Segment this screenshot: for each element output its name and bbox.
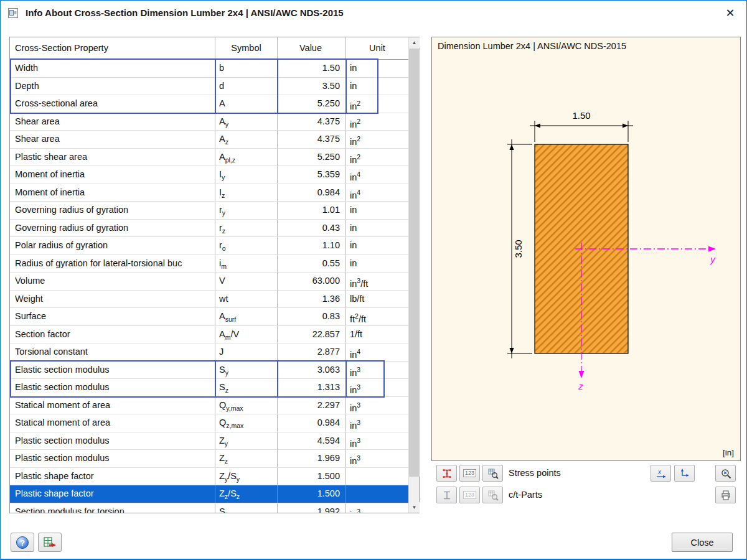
cell-symbol: Sz <box>215 379 278 396</box>
ct-parts-details-button[interactable] <box>482 487 503 503</box>
cell-unit: in4 <box>346 343 408 361</box>
ct-parts-button[interactable] <box>436 487 457 503</box>
section-preview-panel: Dimension Lumber 2x4 | ANSI/AWC NDS-2015… <box>431 37 741 461</box>
table-row[interactable]: Plastic shape factorZz/Sz1.500 <box>10 485 408 503</box>
cell-symbol: ro <box>215 237 278 254</box>
cell-symbol: A <box>215 95 278 113</box>
stress-points-button[interactable] <box>436 465 457 482</box>
axis-x-icon: x <box>655 468 667 479</box>
table-row[interactable]: Section modulus for torsionSt1.992in3 <box>10 503 408 513</box>
cell-value: 2.297 <box>278 397 346 414</box>
table-row[interactable]: Statical moment of areaQz,max0.984in3 <box>10 414 408 432</box>
table-row[interactable]: Shear areaAz4.375in2 <box>10 131 408 149</box>
table-row[interactable]: VolumeV63.000in3/ft <box>10 273 408 291</box>
cell-unit: in2 <box>346 149 408 166</box>
table-row[interactable]: Governing radius of gyrationry1.01in <box>10 202 408 220</box>
close-button[interactable]: Close <box>672 533 733 552</box>
stress-points-icon <box>441 468 453 479</box>
cell-value: 1.992 <box>278 503 346 513</box>
table-row[interactable]: Widthb1.50in <box>10 60 408 78</box>
cell-property: Torsional constant <box>10 343 215 361</box>
cell-symbol: Asurf <box>215 308 278 325</box>
cell-property: Plastic section modulus <box>10 450 215 467</box>
table-row[interactable]: Cross-sectional areaA5.250in2 <box>10 95 408 113</box>
numbers-icon: 123 <box>463 469 476 477</box>
cell-unit: in2 <box>346 113 408 131</box>
table-row[interactable]: Radius of gyration for lateral-torsional… <box>10 255 408 273</box>
print-button[interactable] <box>715 487 736 503</box>
vertical-scrollbar[interactable]: ▲ ▼ <box>408 37 419 513</box>
cell-unit: in3 <box>346 362 408 379</box>
numbers-icon: 123 <box>463 491 476 499</box>
cell-property: Polar radius of gyration <box>10 237 215 254</box>
cell-value: 5.250 <box>278 95 346 113</box>
table-row[interactable]: Depthd3.50in <box>10 78 408 96</box>
cell-property: Plastic section modulus <box>10 432 215 450</box>
cell-value: 1.01 <box>278 202 346 219</box>
table-row[interactable]: Governing radius of gyrationrz0.43in <box>10 220 408 238</box>
cell-property: Surface <box>10 308 215 325</box>
cell-value: 1.50 <box>278 60 346 77</box>
title-bar: Info About Cross-Section Dimension Lumbe… <box>1 1 746 27</box>
table-row[interactable]: Plastic section modulusZy4.594in3 <box>10 432 408 450</box>
width-dimension <box>530 121 633 142</box>
cell-symbol: Zy/Sy <box>215 468 278 485</box>
table-row[interactable]: Weightwt1.36lb/ft <box>10 291 408 309</box>
cell-property: Shear area <box>10 113 215 131</box>
stress-points-label: Stress points <box>509 468 561 478</box>
cell-value: 4.594 <box>278 432 346 450</box>
zoom-off-button[interactable] <box>715 465 736 482</box>
close-icon[interactable]: ✕ <box>720 4 740 22</box>
cell-symbol: V <box>215 273 278 290</box>
table-grid: Cross-Section PropertySymbolValueUnitWid… <box>10 37 408 513</box>
depth-dim-label: 3.50 <box>513 240 524 258</box>
table-row[interactable]: Plastic shear areaApl,z5.250in2 <box>10 149 408 167</box>
scroll-thumb[interactable] <box>409 49 420 477</box>
cell-value: 0.984 <box>278 184 346 202</box>
cell-value: 5.250 <box>278 149 346 166</box>
cell-value: 1.500 <box>278 485 346 503</box>
cell-property: Section factor <box>10 326 215 343</box>
stress-points-numbering-button[interactable]: 123 <box>459 465 480 482</box>
cell-symbol: ry <box>215 202 278 219</box>
table-row[interactable]: Torsional constantJ2.877in4 <box>10 343 408 362</box>
table-row[interactable]: Elastic section modulusSy3.063in3 <box>10 362 408 380</box>
table-row[interactable]: Section factorAm/V22.8571/ft <box>10 326 408 344</box>
cell-unit: in <box>346 202 408 219</box>
cell-unit: in <box>346 255 408 273</box>
cell-unit: in3 <box>346 432 408 450</box>
cell-unit: in4 <box>346 166 408 184</box>
table-row[interactable]: Polar radius of gyrationro1.10in <box>10 237 408 255</box>
cell-value: 0.43 <box>278 220 346 237</box>
dim-arrow-left <box>535 123 540 128</box>
table-row[interactable]: Plastic section modulusZz1.969in3 <box>10 450 408 468</box>
table-row[interactable]: Moment of inertiaIz0.984in4 <box>10 184 408 202</box>
cell-unit: in <box>346 237 408 254</box>
axis-rotation-button[interactable] <box>674 465 695 482</box>
cell-property: Cross-sectional area <box>10 95 215 113</box>
stress-points-details-button[interactable] <box>482 465 503 482</box>
cell-unit: in <box>346 60 408 77</box>
cell-property: Statical moment of area <box>10 397 215 414</box>
export-table-icon <box>43 536 57 549</box>
cell-value: 1.10 <box>278 237 346 254</box>
table-row[interactable]: Plastic shape factorZy/Sy1.500 <box>10 468 408 486</box>
dialog-icon <box>8 8 18 18</box>
svg-text:?: ? <box>20 538 25 547</box>
table-row[interactable]: Moment of inertiaIy5.359in4 <box>10 166 408 184</box>
export-button[interactable] <box>38 533 62 552</box>
cell-property: Governing radius of gyration <box>10 202 215 219</box>
table-row[interactable]: Statical moment of areaQy,max2.297in3 <box>10 397 408 415</box>
table-row[interactable]: SurfaceAsurf0.83ft2/ft <box>10 308 408 326</box>
axis-x-button[interactable]: x <box>651 465 671 482</box>
y-axis-label: y <box>710 254 716 264</box>
scroll-down-button[interactable]: ▼ <box>409 502 420 513</box>
table-row[interactable]: Elastic section modulusSz1.313in3 <box>10 379 408 397</box>
cell-unit: in <box>346 78 408 95</box>
table-row[interactable]: Shear areaAy4.375in2 <box>10 113 408 131</box>
table-header-row: Cross-Section PropertySymbolValueUnit <box>10 37 408 60</box>
cell-symbol: Qz,max <box>215 414 278 432</box>
ct-parts-numbering-button[interactable]: 123 <box>459 487 480 503</box>
help-button[interactable]: ? <box>11 533 34 552</box>
scroll-up-button[interactable]: ▲ <box>409 37 420 48</box>
